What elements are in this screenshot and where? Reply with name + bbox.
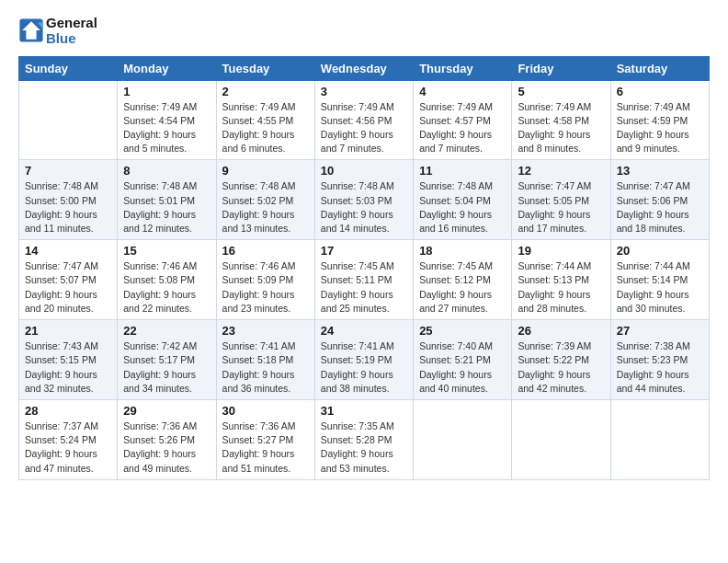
day-info: Sunrise: 7:48 AMSunset: 5:00 PMDaylight:… bbox=[25, 179, 111, 236]
header: General Blue bbox=[18, 15, 710, 47]
day-info: Sunrise: 7:49 AMSunset: 4:54 PMDaylight:… bbox=[123, 100, 210, 156]
day-number: 20 bbox=[617, 244, 703, 258]
header-row: SundayMondayTuesdayWednesdayThursdayFrid… bbox=[19, 56, 710, 80]
day-info: Sunrise: 7:49 AMSunset: 4:55 PMDaylight:… bbox=[222, 100, 309, 156]
day-info: Sunrise: 7:42 AMSunset: 5:17 PMDaylight:… bbox=[123, 339, 210, 396]
calendar-cell: 18Sunrise: 7:45 AMSunset: 5:12 PMDayligh… bbox=[414, 240, 512, 320]
day-number: 21 bbox=[25, 324, 111, 338]
day-info: Sunrise: 7:41 AMSunset: 5:18 PMDaylight:… bbox=[222, 339, 309, 396]
day-info: Sunrise: 7:36 AMSunset: 5:27 PMDaylight:… bbox=[222, 419, 309, 476]
day-info: Sunrise: 7:47 AMSunset: 5:06 PMDaylight:… bbox=[617, 179, 703, 236]
col-header-sunday: Sunday bbox=[19, 56, 118, 80]
day-info: Sunrise: 7:49 AMSunset: 4:59 PMDaylight:… bbox=[617, 100, 703, 156]
calendar-cell: 27Sunrise: 7:38 AMSunset: 5:23 PMDayligh… bbox=[610, 320, 709, 400]
calendar-cell: 7Sunrise: 7:48 AMSunset: 5:00 PMDaylight… bbox=[19, 160, 118, 240]
day-number: 30 bbox=[222, 404, 309, 418]
logo: General Blue bbox=[18, 15, 97, 47]
day-info: Sunrise: 7:35 AMSunset: 5:28 PMDaylight:… bbox=[321, 419, 407, 476]
day-info: Sunrise: 7:48 AMSunset: 5:03 PMDaylight:… bbox=[321, 179, 407, 236]
day-number: 26 bbox=[518, 324, 604, 338]
day-info: Sunrise: 7:49 AMSunset: 4:57 PMDaylight:… bbox=[419, 100, 506, 156]
col-header-tuesday: Tuesday bbox=[216, 56, 314, 80]
day-number: 5 bbox=[518, 85, 604, 98]
day-info: Sunrise: 7:38 AMSunset: 5:23 PMDaylight:… bbox=[617, 339, 703, 396]
day-number: 23 bbox=[222, 324, 309, 338]
calendar-cell: 24Sunrise: 7:41 AMSunset: 5:19 PMDayligh… bbox=[314, 320, 413, 400]
calendar-cell: 10Sunrise: 7:48 AMSunset: 5:03 PMDayligh… bbox=[314, 160, 413, 240]
calendar-cell: 3Sunrise: 7:49 AMSunset: 4:56 PMDaylight… bbox=[314, 80, 413, 160]
calendar-cell: 2Sunrise: 7:49 AMSunset: 4:55 PMDaylight… bbox=[216, 80, 314, 160]
day-number: 8 bbox=[123, 164, 210, 178]
day-info: Sunrise: 7:41 AMSunset: 5:19 PMDaylight:… bbox=[321, 339, 407, 396]
calendar-cell: 20Sunrise: 7:44 AMSunset: 5:14 PMDayligh… bbox=[610, 240, 709, 320]
day-number: 2 bbox=[222, 85, 309, 98]
calendar-cell: 4Sunrise: 7:49 AMSunset: 4:57 PMDaylight… bbox=[414, 80, 512, 160]
week-row-3: 14Sunrise: 7:47 AMSunset: 5:07 PMDayligh… bbox=[19, 240, 710, 320]
col-header-friday: Friday bbox=[512, 56, 610, 80]
day-number: 7 bbox=[25, 164, 111, 178]
day-number: 18 bbox=[419, 244, 506, 258]
calendar-cell: 31Sunrise: 7:35 AMSunset: 5:28 PMDayligh… bbox=[314, 400, 413, 480]
day-number: 16 bbox=[222, 244, 309, 258]
day-info: Sunrise: 7:48 AMSunset: 5:04 PMDaylight:… bbox=[419, 179, 506, 236]
col-header-wednesday: Wednesday bbox=[314, 56, 413, 80]
day-info: Sunrise: 7:43 AMSunset: 5:15 PMDaylight:… bbox=[25, 339, 111, 396]
day-number: 28 bbox=[25, 404, 111, 418]
calendar-cell: 23Sunrise: 7:41 AMSunset: 5:18 PMDayligh… bbox=[216, 320, 314, 400]
day-info: Sunrise: 7:44 AMSunset: 5:14 PMDaylight:… bbox=[617, 259, 703, 316]
calendar-cell: 28Sunrise: 7:37 AMSunset: 5:24 PMDayligh… bbox=[19, 400, 118, 480]
calendar-cell: 5Sunrise: 7:49 AMSunset: 4:58 PMDaylight… bbox=[512, 80, 610, 160]
day-number: 17 bbox=[321, 244, 407, 258]
page: General Blue SundayMondayTuesdayWednesda… bbox=[0, 0, 728, 489]
day-info: Sunrise: 7:46 AMSunset: 5:08 PMDaylight:… bbox=[123, 259, 210, 316]
day-number: 10 bbox=[321, 164, 407, 178]
day-info: Sunrise: 7:46 AMSunset: 5:09 PMDaylight:… bbox=[222, 259, 309, 316]
week-row-5: 28Sunrise: 7:37 AMSunset: 5:24 PMDayligh… bbox=[19, 400, 710, 480]
col-header-saturday: Saturday bbox=[610, 56, 709, 80]
calendar-cell: 22Sunrise: 7:42 AMSunset: 5:17 PMDayligh… bbox=[118, 320, 216, 400]
calendar-cell: 9Sunrise: 7:48 AMSunset: 5:02 PMDaylight… bbox=[216, 160, 314, 240]
calendar-cell: 19Sunrise: 7:44 AMSunset: 5:13 PMDayligh… bbox=[512, 240, 610, 320]
day-number: 4 bbox=[419, 85, 506, 98]
day-number: 3 bbox=[321, 85, 407, 98]
day-info: Sunrise: 7:45 AMSunset: 5:11 PMDaylight:… bbox=[321, 259, 407, 316]
calendar-cell bbox=[414, 400, 512, 480]
week-row-2: 7Sunrise: 7:48 AMSunset: 5:00 PMDaylight… bbox=[19, 160, 710, 240]
day-info: Sunrise: 7:36 AMSunset: 5:26 PMDaylight:… bbox=[123, 419, 210, 476]
calendar-cell: 1Sunrise: 7:49 AMSunset: 4:54 PMDaylight… bbox=[118, 80, 216, 160]
day-info: Sunrise: 7:44 AMSunset: 5:13 PMDaylight:… bbox=[518, 259, 604, 316]
calendar-cell bbox=[610, 400, 709, 480]
calendar-cell: 12Sunrise: 7:47 AMSunset: 5:05 PMDayligh… bbox=[512, 160, 610, 240]
day-info: Sunrise: 7:39 AMSunset: 5:22 PMDaylight:… bbox=[518, 339, 604, 396]
day-info: Sunrise: 7:47 AMSunset: 5:07 PMDaylight:… bbox=[25, 259, 111, 316]
logo-icon bbox=[18, 17, 44, 43]
day-number: 11 bbox=[419, 164, 506, 178]
day-info: Sunrise: 7:48 AMSunset: 5:02 PMDaylight:… bbox=[222, 179, 309, 236]
day-number: 14 bbox=[25, 244, 111, 258]
calendar-cell: 16Sunrise: 7:46 AMSunset: 5:09 PMDayligh… bbox=[216, 240, 314, 320]
day-info: Sunrise: 7:45 AMSunset: 5:12 PMDaylight:… bbox=[419, 259, 506, 316]
day-number: 1 bbox=[123, 85, 210, 98]
calendar-cell: 26Sunrise: 7:39 AMSunset: 5:22 PMDayligh… bbox=[512, 320, 610, 400]
calendar-cell: 11Sunrise: 7:48 AMSunset: 5:04 PMDayligh… bbox=[414, 160, 512, 240]
day-info: Sunrise: 7:47 AMSunset: 5:05 PMDaylight:… bbox=[518, 179, 604, 236]
day-number: 25 bbox=[419, 324, 506, 338]
day-info: Sunrise: 7:37 AMSunset: 5:24 PMDaylight:… bbox=[25, 419, 111, 476]
day-number: 15 bbox=[123, 244, 210, 258]
day-number: 27 bbox=[617, 324, 703, 338]
day-info: Sunrise: 7:49 AMSunset: 4:56 PMDaylight:… bbox=[321, 100, 407, 156]
day-number: 19 bbox=[518, 244, 604, 258]
calendar-cell: 21Sunrise: 7:43 AMSunset: 5:15 PMDayligh… bbox=[19, 320, 118, 400]
week-row-1: 1Sunrise: 7:49 AMSunset: 4:54 PMDaylight… bbox=[19, 80, 710, 160]
calendar-cell: 30Sunrise: 7:36 AMSunset: 5:27 PMDayligh… bbox=[216, 400, 314, 480]
calendar-cell bbox=[512, 400, 610, 480]
calendar-cell: 29Sunrise: 7:36 AMSunset: 5:26 PMDayligh… bbox=[118, 400, 216, 480]
day-number: 31 bbox=[321, 404, 407, 418]
logo-text: General Blue bbox=[46, 15, 97, 47]
calendar-cell: 25Sunrise: 7:40 AMSunset: 5:21 PMDayligh… bbox=[414, 320, 512, 400]
day-number: 12 bbox=[518, 164, 604, 178]
day-number: 22 bbox=[123, 324, 210, 338]
calendar-cell bbox=[19, 80, 118, 160]
calendar-table: SundayMondayTuesdayWednesdayThursdayFrid… bbox=[18, 56, 710, 480]
calendar-cell: 14Sunrise: 7:47 AMSunset: 5:07 PMDayligh… bbox=[19, 240, 118, 320]
